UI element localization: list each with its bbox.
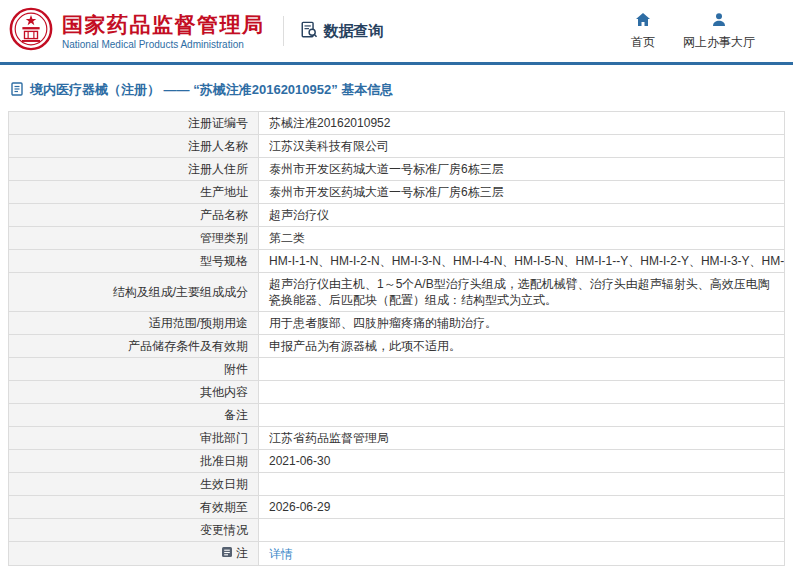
table-row: 生产地址 泰州市开发区药城大道一号标准厂房6栋三层 — [9, 181, 785, 204]
table-row: 变更情况 — [9, 519, 785, 542]
header-divider — [283, 16, 284, 46]
table-row: 产品名称 超声治疗仪 — [9, 204, 785, 227]
field-label: 变更情况 — [9, 519, 259, 542]
home-icon — [635, 12, 651, 31]
field-label: 产品储存条件及有效期 — [9, 335, 259, 358]
nmpa-logo[interactable]: 国家药品监督管理局 National Medical Products Admi… — [8, 6, 265, 56]
agency-name-cn: 国家药品监督管理局 — [62, 13, 265, 37]
table-row: 有效期至 2026-06-29 — [9, 496, 785, 519]
field-label: 型号规格 — [9, 250, 259, 273]
nav-home[interactable]: 首页 — [631, 12, 655, 51]
person-icon — [711, 12, 727, 31]
field-value: 第二类 — [259, 227, 785, 250]
field-label: 注 — [9, 542, 259, 566]
field-value — [259, 358, 785, 381]
field-label: 注册人住所 — [9, 158, 259, 181]
table-row: 型号规格 HM-I-1-N、HM-I-2-N、HM-I-3-N、HM-I-4-N… — [9, 250, 785, 273]
national-emblem-icon — [8, 6, 54, 56]
field-value: 江苏省药品监督管理局 — [259, 427, 785, 450]
field-label: 生产地址 — [9, 181, 259, 204]
data-query-button[interactable]: 数据查询 — [300, 21, 384, 42]
agency-name-en: National Medical Products Administration — [62, 39, 265, 50]
field-value — [259, 381, 785, 404]
field-value: 申报产品为有源器械，此项不适用。 — [259, 335, 785, 358]
header-accent-bar — [0, 62, 793, 65]
field-value: 泰州市开发区药城大道一号标准厂房6栋三层 — [259, 181, 785, 204]
nav-service-hall[interactable]: 网上办事大厅 — [683, 12, 755, 51]
field-label: 管理类别 — [9, 227, 259, 250]
details-link[interactable]: 详情 — [269, 547, 293, 561]
field-value: 超声治疗仪由主机、1～5个A/B型治疗头组成，选配机械臂、治疗头由超声辐射头、高… — [259, 273, 785, 312]
field-value: 超声治疗仪 — [259, 204, 785, 227]
field-value: 2021-06-30 — [259, 450, 785, 473]
table-row: 注册人名称 江苏汉美科技有限公司 — [9, 135, 785, 158]
document-icon — [10, 82, 24, 99]
registration-info-table: 注册证编号 苏械注准20162010952 注册人名称 江苏汉美科技有限公司 注… — [8, 111, 785, 566]
table-row: 其他内容 — [9, 381, 785, 404]
field-value — [259, 404, 785, 427]
field-value — [259, 519, 785, 542]
table-row: 注册证编号 苏械注准20162010952 — [9, 112, 785, 135]
field-label: 备注 — [9, 404, 259, 427]
top-nav: 首页 网上办事大厅 — [631, 12, 755, 51]
table-row: 备注 — [9, 404, 785, 427]
table-row: 生效日期 — [9, 473, 785, 496]
field-label: 产品名称 — [9, 204, 259, 227]
table-row: 管理类别 第二类 — [9, 227, 785, 250]
table-row: 审批部门 江苏省药品监督管理局 — [9, 427, 785, 450]
field-label: 审批部门 — [9, 427, 259, 450]
table-row: 适用范围/预期用途 用于患者腹部、四肢肿瘤疼痛的辅助治疗。 — [9, 312, 785, 335]
field-value: 用于患者腹部、四肢肿瘤疼痛的辅助治疗。 — [259, 312, 785, 335]
field-label: 结构及组成/主要组成成分 — [9, 273, 259, 312]
field-value: 苏械注准20162010952 — [259, 112, 785, 135]
field-value: 江苏汉美科技有限公司 — [259, 135, 785, 158]
table-row: 批准日期 2021-06-30 — [9, 450, 785, 473]
table-row: 结构及组成/主要组成成分 超声治疗仪由主机、1～5个A/B型治疗头组成，选配机械… — [9, 273, 785, 312]
field-label: 有效期至 — [9, 496, 259, 519]
nav-home-label: 首页 — [631, 34, 655, 51]
table-row: 注册人住所 泰州市开发区药城大道一号标准厂房6栋三层 — [9, 158, 785, 181]
page-title: 境内医疗器械（注册） —— “苏械注准20162010952” 基本信息 — [10, 81, 793, 99]
site-header: 国家药品监督管理局 National Medical Products Admi… — [0, 0, 793, 62]
field-label: 附件 — [9, 358, 259, 381]
note-icon — [221, 546, 233, 562]
data-query-label: 数据查询 — [324, 22, 384, 41]
field-label: 批准日期 — [9, 450, 259, 473]
table-row: 产品储存条件及有效期 申报产品为有源器械，此项不适用。 — [9, 335, 785, 358]
field-label: 生效日期 — [9, 473, 259, 496]
field-value: 详情 — [259, 542, 785, 566]
field-value — [259, 473, 785, 496]
field-value: HM-I-1-N、HM-I-2-N、HM-I-3-N、HM-I-4-N、HM-I… — [259, 250, 785, 273]
field-value: 2026-06-29 — [259, 496, 785, 519]
field-label: 适用范围/预期用途 — [9, 312, 259, 335]
table-row: 注 详情 — [9, 542, 785, 566]
field-label: 注册人名称 — [9, 135, 259, 158]
table-row: 附件 — [9, 358, 785, 381]
page-title-text: 境内医疗器械（注册） —— “苏械注准20162010952” 基本信息 — [30, 81, 393, 99]
field-label: 其他内容 — [9, 381, 259, 404]
field-value: 泰州市开发区药城大道一号标准厂房6栋三层 — [259, 158, 785, 181]
field-label: 注册证编号 — [9, 112, 259, 135]
document-search-icon — [300, 21, 318, 42]
nav-service-hall-label: 网上办事大厅 — [683, 34, 755, 51]
